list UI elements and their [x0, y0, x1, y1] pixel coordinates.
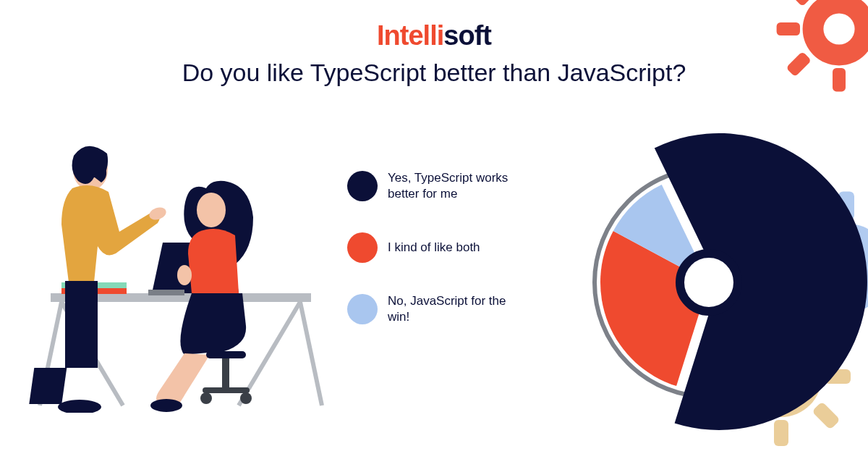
brand-logo: Intellisoft: [0, 0, 868, 51]
svg-rect-6: [786, 0, 812, 7]
svg-point-43: [197, 193, 226, 227]
svg-rect-46: [206, 351, 246, 358]
legend-label: Yes, TypeScript works better for me: [388, 170, 514, 202]
legend-label: I kind of like both: [388, 240, 480, 256]
svg-point-44: [177, 265, 192, 285]
legend-item: No, JavaScript for the win!: [347, 293, 514, 325]
legend-swatch: [347, 232, 378, 263]
svg-point-49: [200, 392, 212, 404]
legend-item: Yes, TypeScript works better for me: [347, 170, 514, 202]
svg-rect-41: [29, 368, 67, 404]
svg-point-52: [680, 253, 738, 311]
svg-rect-35: [148, 290, 184, 295]
svg-point-1: [823, 13, 854, 44]
legend-swatch: [347, 294, 378, 324]
pie-chart: [521, 94, 868, 454]
people-illustration: [22, 138, 326, 413]
legend-label: No, JavaScript for the win!: [388, 293, 514, 325]
legend-swatch: [347, 171, 378, 201]
svg-point-42: [58, 400, 101, 413]
svg-rect-8: [786, 51, 812, 77]
svg-point-50: [240, 392, 252, 404]
svg-line-33: [300, 302, 322, 405]
gear-icon: [774, 0, 868, 94]
svg-rect-3: [833, 68, 846, 91]
brand-rest: soft: [443, 20, 491, 51]
chart-legend: Yes, TypeScript works better for me I ki…: [347, 170, 514, 356]
svg-rect-47: [222, 358, 229, 387]
chart-title: Do you like TypeScript better than JavaS…: [0, 59, 868, 87]
svg-rect-4: [777, 22, 800, 35]
legend-item: I kind of like both: [347, 232, 514, 263]
brand-accent: Intelli: [377, 20, 443, 51]
svg-rect-40: [65, 281, 98, 368]
svg-rect-48: [203, 387, 250, 393]
svg-point-45: [150, 399, 182, 412]
